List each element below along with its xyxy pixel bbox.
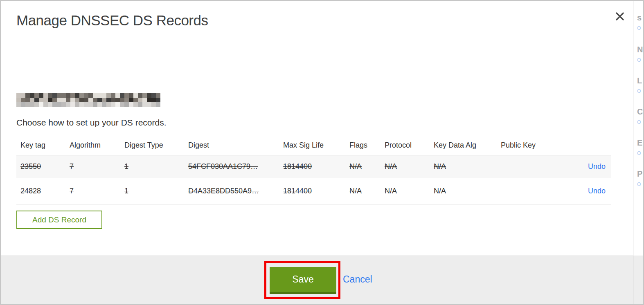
- background-text-fragment: L: [637, 76, 642, 85]
- background-link-fragment: o: [637, 149, 641, 157]
- background-link-fragment: o: [637, 180, 641, 188]
- redacted-domain-mosaic: [16, 93, 160, 107]
- table-row: 24828 7 1 D4A33E8DD550A9… 1814400 N/A N/…: [16, 178, 611, 204]
- cancel-link[interactable]: Cancel: [343, 274, 372, 285]
- background-text-fragment: E: [637, 138, 642, 148]
- add-ds-record-button[interactable]: Add DS Record: [16, 211, 102, 229]
- background-page-strip: s o N o L o C o E o P o: [633, 1, 644, 305]
- header-key-tag: Key tag: [16, 141, 65, 150]
- background-text-fragment: N: [637, 45, 643, 54]
- dnssec-modal-page: Manage DNSSEC DS Records Choose how to s…: [0, 0, 644, 305]
- header-digest-type: Digest Type: [120, 141, 184, 150]
- header-algorithm: Algorithm: [65, 141, 120, 150]
- header-protocol: Protocol: [381, 141, 430, 150]
- background-text-fragment: C: [637, 107, 643, 117]
- cell-digest: D4A33E8DD550A9…: [184, 187, 279, 195]
- close-icon: [615, 11, 625, 23]
- background-link-fragment: o: [637, 87, 641, 95]
- save-button[interactable]: Save: [270, 267, 336, 294]
- instruction-text: Choose how to set up your DS records.: [16, 118, 167, 128]
- header-max-sig-life: Max Sig Life: [279, 141, 345, 150]
- background-link-fragment: o: [637, 118, 641, 126]
- background-link-fragment: o: [637, 56, 641, 64]
- cell-algorithm: 7: [65, 162, 120, 171]
- cell-key-tag: 23550: [16, 162, 65, 171]
- cell-key-data-alg: N/A: [430, 187, 497, 195]
- table-row: 23550 7 1 54FCF030AA1C79… 1814400 N/A N/…: [16, 155, 611, 178]
- page-title: Manage DNSSEC DS Records: [16, 12, 208, 29]
- cell-digest: 54FCF030AA1C79…: [184, 162, 279, 171]
- cell-digest-type: 1: [120, 187, 184, 195]
- cell-algorithm: 7: [65, 187, 120, 195]
- header-public-key: Public Key: [497, 141, 565, 150]
- background-link-fragment: o: [637, 24, 641, 32]
- cell-protocol: N/A: [381, 187, 430, 195]
- cell-key-tag: 24828: [16, 187, 65, 195]
- header-flags: Flags: [345, 141, 381, 150]
- cell-digest-type: 1: [120, 162, 184, 171]
- background-text-fragment: s: [637, 13, 642, 22]
- close-button[interactable]: [614, 11, 626, 23]
- cell-max-sig-life: 1814400: [279, 187, 345, 195]
- cell-action: Undo: [565, 162, 611, 171]
- cell-flags: N/A: [345, 162, 381, 171]
- cell-max-sig-life: 1814400: [279, 162, 345, 171]
- background-text-fragment: P: [637, 169, 642, 179]
- cell-flags: N/A: [345, 187, 381, 195]
- table-header-row: Key tag Algorithm Digest Type Digest Max…: [16, 136, 611, 155]
- background-footer-area: [633, 256, 644, 305]
- header-key-data-alg: Key Data Alg: [430, 141, 497, 150]
- undo-link[interactable]: Undo: [588, 162, 606, 170]
- undo-link[interactable]: Undo: [588, 187, 606, 195]
- cell-key-data-alg: N/A: [430, 162, 497, 171]
- ds-records-table: Key tag Algorithm Digest Type Digest Max…: [16, 136, 611, 204]
- header-digest: Digest: [184, 141, 279, 150]
- cell-protocol: N/A: [381, 162, 430, 171]
- cell-action: Undo: [565, 187, 611, 195]
